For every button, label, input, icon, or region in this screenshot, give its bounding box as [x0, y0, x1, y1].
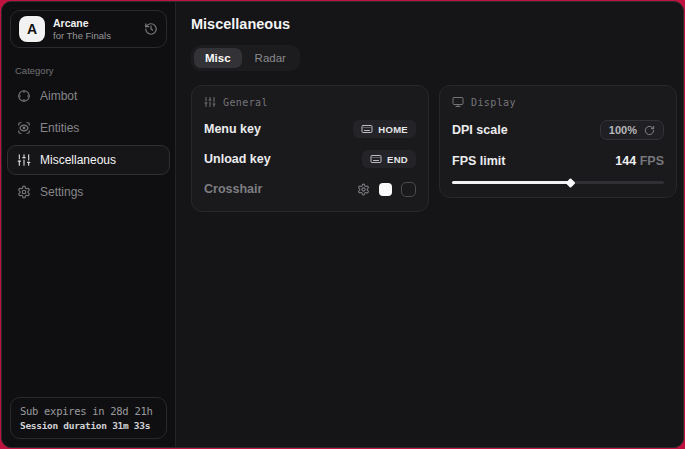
cards-row: General Menu key HOME	[191, 85, 677, 212]
sidebar-item-aimbot[interactable]: Aimbot	[7, 81, 170, 111]
subscription-status-box: Sub expires in 28d 21h Session duration …	[10, 397, 167, 439]
sidebar-item-entities[interactable]: Entities	[7, 113, 170, 143]
slider-thumb[interactable]	[565, 178, 575, 188]
unload-key-label: Unload key	[204, 152, 271, 166]
sidebar-item-label: Aimbot	[40, 89, 77, 103]
crosshair-color-swatch[interactable]	[379, 183, 392, 196]
menu-key-button[interactable]: HOME	[353, 120, 416, 138]
general-card-title: General	[223, 97, 268, 108]
tab-misc[interactable]: Misc	[194, 48, 242, 68]
slider-fill	[452, 181, 571, 184]
monitor-icon	[452, 96, 464, 108]
dpi-scale-input[interactable]: 100%	[600, 120, 664, 140]
session-duration-text: Session duration 31m 33s	[20, 420, 157, 431]
sidebar-item-label: Settings	[40, 185, 83, 199]
refresh-icon[interactable]	[644, 125, 655, 136]
app-window: A Arcane for The Finals Category	[1, 1, 684, 448]
crosshair-row: Crosshair	[204, 180, 416, 198]
crosshair-controls	[357, 182, 416, 197]
history-icon[interactable]	[144, 22, 158, 36]
general-card: General Menu key HOME	[191, 85, 429, 212]
category-label: Category	[15, 65, 162, 76]
sub-expires-text: Sub expires in 28d 21h	[20, 405, 157, 417]
tab-radar[interactable]: Radar	[244, 48, 297, 68]
crosshair-label: Crosshair	[204, 182, 262, 196]
fps-limit-row: FPS limit 144 FPS	[452, 152, 664, 170]
unload-key-button[interactable]: END	[362, 150, 416, 168]
scan-eye-icon	[17, 121, 31, 135]
unload-key-value: END	[387, 154, 408, 165]
menu-key-row: Menu key HOME	[204, 120, 416, 138]
app-subtitle: for The Finals	[53, 30, 111, 42]
unload-key-row: Unload key END	[204, 150, 416, 168]
general-card-header: General	[204, 96, 416, 108]
sidebar: A Arcane for The Finals Category	[2, 2, 176, 447]
sliders-icon	[204, 96, 216, 108]
sidebar-item-label: Entities	[40, 121, 79, 135]
crosshair-settings-gear-icon[interactable]	[357, 183, 370, 196]
tab-bar: Misc Radar	[191, 45, 300, 71]
dpi-scale-value: 100%	[609, 124, 637, 136]
fps-limit-unit: FPS	[636, 154, 664, 168]
crosshair-checkbox[interactable]	[401, 182, 416, 197]
fps-limit-label: FPS limit	[452, 154, 505, 168]
display-card-title: Display	[471, 97, 516, 108]
gear-icon	[17, 185, 31, 199]
menu-key-label: Menu key	[204, 122, 261, 136]
fps-limit-value-wrap: 144 FPS	[615, 154, 664, 168]
sidebar-item-miscellaneous[interactable]: Miscellaneous	[7, 145, 170, 175]
fps-limit-value: 144	[615, 154, 636, 168]
dpi-scale-label: DPI scale	[452, 123, 508, 137]
app-title: Arcane	[53, 17, 111, 30]
sliders-icon	[17, 153, 31, 167]
brand-box: A Arcane for The Finals	[10, 10, 167, 48]
brand-text: Arcane for The Finals	[53, 17, 111, 42]
main-content: Miscellaneous Misc Radar	[176, 2, 684, 447]
dpi-scale-row: DPI scale 100%	[452, 120, 664, 140]
keyboard-icon	[370, 153, 382, 165]
display-card: Display DPI scale 100% FPS limit	[439, 85, 677, 198]
menu-key-value: HOME	[378, 124, 408, 135]
fps-limit-slider[interactable]	[452, 181, 664, 184]
sidebar-item-label: Miscellaneous	[40, 153, 116, 167]
sidebar-item-settings[interactable]: Settings	[7, 177, 170, 207]
sidebar-nav: Aimbot Entities	[2, 81, 175, 207]
keyboard-icon	[361, 123, 373, 135]
app-logo: A	[19, 16, 45, 42]
page-title: Miscellaneous	[191, 16, 677, 32]
crosshair-icon	[17, 89, 31, 103]
display-card-header: Display	[452, 96, 664, 108]
